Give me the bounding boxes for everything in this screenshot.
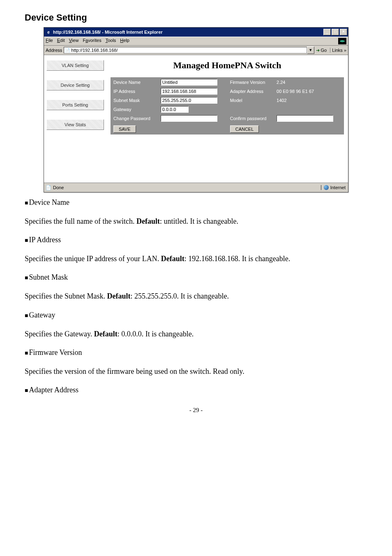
address-label: Address <box>46 48 62 53</box>
ip-address-field[interactable] <box>161 88 217 95</box>
page-content: VLAN Setting Device Setting Ports Settin… <box>44 55 348 183</box>
menu-help[interactable]: Help <box>120 38 129 44</box>
ie-icon: e <box>46 29 51 35</box>
menu-favorites[interactable]: Favorites <box>83 38 101 44</box>
page-status-icon: 📄 <box>46 185 51 190</box>
menu-view[interactable]: View <box>69 38 79 44</box>
config-table: Device Name Firmware Version 2.24 IP Add… <box>111 77 344 134</box>
label-gateway: Gateway <box>111 105 158 114</box>
globe-icon <box>324 185 329 190</box>
main-pane: Managed HomePNA Switch Device Name Firmw… <box>106 55 348 183</box>
value-firmware-version: 2.24 <box>274 78 344 87</box>
address-bar: Address 📄 http://192.168.168.168/ ▾ ➜ Go… <box>44 45 348 55</box>
sidebar-item-vlan[interactable]: VLAN Setting <box>46 60 104 71</box>
subnet-mask-field[interactable] <box>161 97 217 104</box>
value-model: 1402 <box>274 96 344 105</box>
label-confirm-password: Confirm password <box>228 114 274 123</box>
label-device-name: Device Name <box>111 78 158 87</box>
para-gateway: Specifies the Gateway. Default: 0.0.0.0.… <box>25 327 367 341</box>
para-device-name: Specifies the full name of the switch. D… <box>25 214 367 228</box>
address-input[interactable]: 📄 http://192.168.168.168/ <box>64 47 307 53</box>
bullet-gateway: Gateway <box>25 311 367 320</box>
device-name-field[interactable] <box>161 79 217 86</box>
sidebar-item-ports[interactable]: Ports Setting <box>46 100 104 110</box>
doc-heading: Device Setting <box>25 12 367 23</box>
confirm-password-field[interactable] <box>277 115 333 122</box>
label-ip-address: IP Address <box>111 87 158 96</box>
window-titlebar: e http://192.168.168.168/ - Microsoft In… <box>44 28 348 37</box>
menu-edit[interactable]: Edit <box>57 38 65 44</box>
label-adapter-address: Adapter Address <box>228 87 274 96</box>
security-zone: Internet <box>321 185 346 190</box>
change-password-field[interactable] <box>161 115 217 122</box>
status-text: Done <box>53 185 64 190</box>
close-button[interactable]: × <box>340 29 347 35</box>
bullet-subnet-mask: Subnet Mask <box>25 273 367 282</box>
bullet-device-name: Device Name <box>25 198 367 207</box>
sidebar-item-device[interactable]: Device Setting <box>46 80 104 90</box>
sidebar: VLAN Setting Device Setting Ports Settin… <box>44 55 106 183</box>
page-icon: 📄 <box>65 48 70 53</box>
label-subnet-mask: Subnet Mask <box>111 96 158 105</box>
bullet-firmware-version: Firmware Version <box>25 348 367 357</box>
window-title: http://192.168.168.168/ - Microsoft Inte… <box>53 30 323 35</box>
label-firmware-version: Firmware Version <box>228 78 274 87</box>
links-label[interactable]: Links » <box>330 48 346 53</box>
cancel-button[interactable]: CANCEL <box>230 125 259 133</box>
ie-logo-icon <box>338 38 346 44</box>
maximize-button[interactable]: □ <box>332 29 339 35</box>
menu-tools[interactable]: Tools <box>106 38 116 44</box>
label-change-password: Change Password <box>111 114 158 123</box>
para-ip-address: Specifies the unique IP address of your … <box>25 252 367 266</box>
bullet-adapter-address: Adapter Address <box>25 386 367 394</box>
go-button[interactable]: ➜ Go <box>316 48 327 53</box>
page-title: Managed HomePNA Switch <box>111 60 344 71</box>
browser-window: e http://192.168.168.168/ - Microsoft In… <box>44 27 348 192</box>
bullet-ip-address: IP Address <box>25 236 367 244</box>
gateway-field[interactable] <box>161 106 189 113</box>
menu-bar: File Edit View Favorites Tools Help <box>44 37 348 45</box>
page-number: - 29 - <box>25 407 367 414</box>
zone-label: Internet <box>330 185 346 190</box>
address-dropdown-icon[interactable]: ▾ <box>307 46 314 54</box>
address-value: http://192.168.168.168/ <box>71 48 118 53</box>
go-arrow-icon: ➜ <box>316 48 320 53</box>
para-subnet-mask: Specifies the Subnet Mask. Default: 255.… <box>25 289 367 303</box>
label-model: Model <box>228 96 274 105</box>
para-firmware-version: Specifies the version of the firmware be… <box>25 364 367 378</box>
value-adapter-address: 00 E0 98 96 E1 67 <box>274 87 344 96</box>
save-button[interactable]: SAVE <box>113 125 136 133</box>
status-bar: 📄 Done Internet <box>44 183 348 192</box>
minimize-button[interactable]: _ <box>323 29 331 35</box>
sidebar-item-stats[interactable]: View Stats <box>46 119 104 130</box>
menu-file[interactable]: File <box>46 38 53 44</box>
